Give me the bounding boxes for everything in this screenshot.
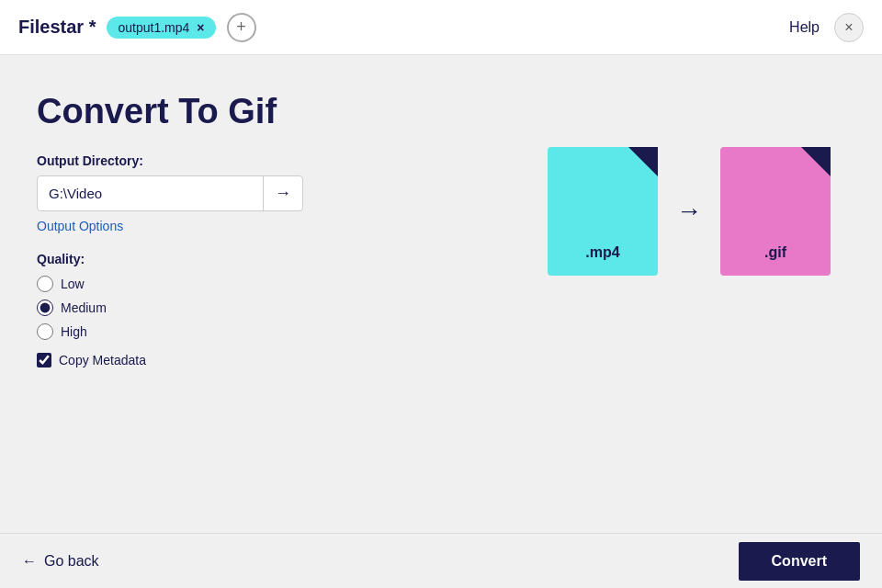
go-back-arrow-icon: ←: [22, 553, 37, 570]
arrow-right-icon: →: [275, 184, 291, 203]
quality-low[interactable]: Low: [37, 276, 496, 292]
header-right: Help ×: [789, 13, 864, 42]
target-format-label: .gif: [764, 244, 786, 261]
quality-medium-radio[interactable]: [37, 300, 53, 316]
source-file-icon: .mp4: [548, 147, 658, 276]
help-link[interactable]: Help: [789, 19, 820, 36]
quality-high[interactable]: High: [37, 323, 496, 340]
copy-metadata-label: Copy Metadata: [59, 353, 146, 368]
copy-metadata-checkbox-label[interactable]: Copy Metadata: [37, 353, 496, 368]
add-tab-icon: +: [236, 17, 246, 37]
app-title: Filestar *: [18, 17, 96, 38]
quality-high-radio[interactable]: [37, 323, 53, 340]
copy-metadata-checkbox[interactable]: [37, 353, 51, 368]
left-panel: Convert To Gif Output Directory: → Outpu…: [37, 92, 496, 368]
output-options-link[interactable]: Output Options: [37, 219, 496, 233]
quality-high-label: High: [61, 324, 87, 339]
go-back-button[interactable]: ← Go back: [22, 553, 99, 570]
directory-arrow-button[interactable]: →: [263, 176, 302, 210]
quality-low-label: Low: [61, 277, 85, 291]
convert-button[interactable]: Convert: [739, 542, 860, 581]
file-tab-label: output1.mp4: [118, 20, 189, 35]
quality-label: Quality:: [37, 252, 496, 266]
main-content: Convert To Gif Output Directory: → Outpu…: [0, 55, 882, 533]
target-file-icon: .gif: [720, 147, 831, 276]
right-panel: .mp4 → .gif: [533, 92, 845, 276]
quality-medium-label: Medium: [61, 300, 107, 315]
output-directory-input[interactable]: [38, 176, 263, 210]
add-tab-button[interactable]: +: [227, 13, 256, 42]
header: Filestar * output1.mp4 × + Help ×: [0, 0, 882, 55]
close-button[interactable]: ×: [834, 13, 864, 42]
conversion-illustration: .mp4 → .gif: [548, 147, 831, 276]
source-format-label: .mp4: [585, 244, 619, 261]
file-tab-close-icon[interactable]: ×: [197, 21, 204, 34]
close-icon: ×: [844, 19, 853, 36]
file-tab[interactable]: output1.mp4 ×: [107, 17, 215, 39]
footer: ← Go back Convert: [0, 533, 882, 588]
output-directory-label: Output Directory:: [37, 153, 496, 168]
quality-medium[interactable]: Medium: [37, 300, 496, 316]
go-back-label: Go back: [44, 553, 99, 570]
conversion-arrow-icon: →: [676, 197, 702, 226]
quality-radio-group: Low Medium High: [37, 276, 496, 340]
page-title: Convert To Gif: [37, 92, 496, 131]
directory-row: →: [37, 175, 303, 211]
quality-low-radio[interactable]: [37, 276, 53, 292]
header-left: Filestar * output1.mp4 × +: [18, 13, 256, 42]
